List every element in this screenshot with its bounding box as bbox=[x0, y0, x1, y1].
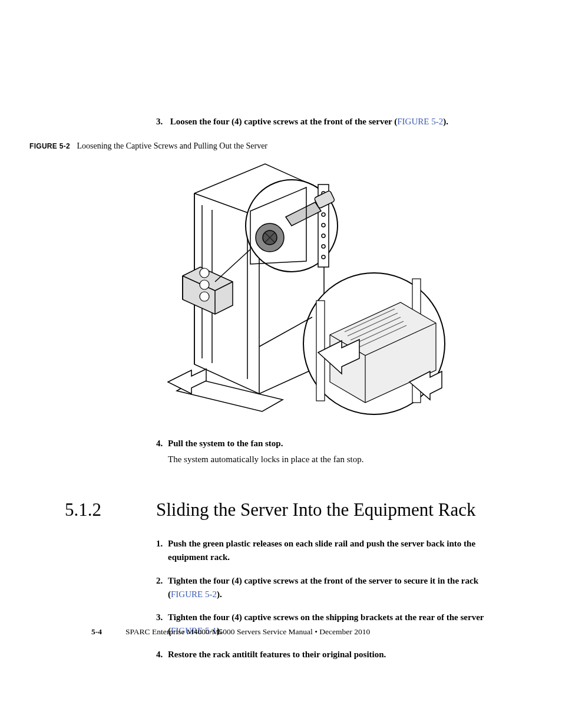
section-title: Sliding the Server Into the Equipment Ra… bbox=[156, 499, 475, 520]
step-3-prefix: Loosen the four (4) captive screws at th… bbox=[170, 117, 397, 126]
list-item-number: 2. bbox=[156, 574, 168, 588]
list-item-text: Tighten the four (4) captive screws at t… bbox=[168, 574, 494, 602]
list-item-number: 1. bbox=[156, 537, 168, 551]
document-page: 3. Loosen the four (4) captive screws at… bbox=[0, 0, 562, 728]
page-number: 5-4 bbox=[91, 627, 102, 636]
list-item: 2. Tighten the four (4) captive screws a… bbox=[156, 574, 494, 602]
section-heading: 5.1.2Sliding the Server Into the Equipme… bbox=[65, 499, 494, 521]
svg-point-17 bbox=[200, 280, 209, 289]
step-3-suffix: ). bbox=[443, 117, 448, 126]
list-item-text: Push the green plastic releases on each … bbox=[168, 537, 494, 565]
footer-text: SPARC Enterprise M4000/M5000 Servers Ser… bbox=[125, 627, 370, 636]
svg-line-15 bbox=[215, 249, 250, 282]
list-item-text: Restore the rack antitilt features to th… bbox=[168, 648, 494, 661]
list-item: 1. Push the green plastic releases on ea… bbox=[156, 537, 494, 565]
figure-number: FIGURE 5-2 bbox=[29, 142, 70, 150]
step-3-line: 3. Loosen the four (4) captive screws at… bbox=[156, 115, 494, 129]
figure-label: FIGURE 5-2 Loosening the Captive Screws … bbox=[29, 141, 494, 151]
step-4-bold: Pull the system to the fan stop. bbox=[168, 437, 494, 450]
figure-5-2-link[interactable]: FIGURE 5-2 bbox=[171, 589, 217, 599]
section-number: 5.1.2 bbox=[65, 499, 156, 521]
step-3-number: 3. bbox=[156, 115, 168, 129]
list-item-number: 4. bbox=[156, 648, 168, 661]
list-item-number: 3. bbox=[156, 611, 168, 624]
figure-illustration bbox=[141, 158, 448, 420]
step-3-body: Loosen the four (4) captive screws at th… bbox=[170, 117, 448, 126]
figure-caption: Loosening the Captive Screws and Pulling… bbox=[77, 141, 268, 150]
list-item: 4. Restore the rack antitilt features to… bbox=[156, 648, 494, 661]
step-4-reg: The system automatically locks in place … bbox=[168, 453, 494, 466]
step-4-block: 4. Pull the system to the fan stop. The … bbox=[156, 437, 494, 467]
svg-point-16 bbox=[200, 268, 209, 278]
step-4-number: 4. bbox=[156, 437, 168, 450]
page-footer: 5-4SPARC Enterprise M4000/M5000 Servers … bbox=[91, 627, 370, 637]
figure-5-2-link[interactable]: FIGURE 5-2 bbox=[397, 117, 443, 126]
step-4-text: Pull the system to the fan stop. The sys… bbox=[168, 437, 494, 467]
svg-point-18 bbox=[200, 292, 209, 301]
steps-list: 1. Push the green plastic releases on ea… bbox=[156, 537, 494, 661]
